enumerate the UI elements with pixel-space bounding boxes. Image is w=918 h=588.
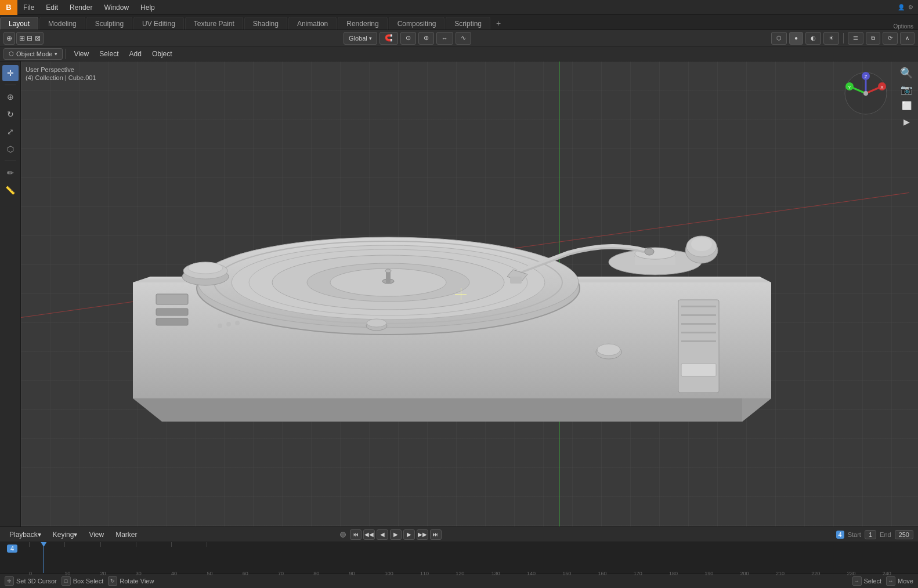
- scale-tool-btn[interactable]: ⤢: [2, 124, 19, 140]
- viewport-shading-btns: ⬡ ● ◐ ☀ ☰ ⧉ ⟳ ∧: [771, 32, 915, 45]
- tab-uv-editing[interactable]: UV Editing: [133, 17, 184, 30]
- viewport-3d[interactable]: User Perspective (4) Collection | Cube.0…: [21, 61, 918, 527]
- play-btn[interactable]: ▶: [390, 529, 402, 540]
- current-frame-display[interactable]: 4: [7, 545, 17, 553]
- svg-point-40: [597, 344, 620, 355]
- prev-frame-btn[interactable]: ◀: [377, 529, 388, 540]
- menu-file[interactable]: File: [17, 0, 40, 14]
- overlay-btn[interactable]: ☰: [848, 32, 863, 45]
- tab-modeling[interactable]: Modeling: [39, 17, 85, 30]
- render-overlay-btn[interactable]: ⬜: [899, 99, 913, 112]
- set-3d-cursor-item[interactable]: ✛ Set 3D Cursor: [5, 576, 57, 586]
- toolbar-icons-group[interactable]: ⊞ ⊟ ⊠: [16, 32, 44, 45]
- add-workspace-tab[interactable]: +: [491, 17, 505, 30]
- zoom-extents-btn[interactable]: 🔍: [899, 66, 913, 80]
- rotate-view-icon: ↻: [108, 576, 117, 586]
- mark-200: 200: [740, 571, 749, 576]
- nav-gizmo[interactable]: Z X Y: [843, 70, 889, 117]
- cursor-tool-btn[interactable]: ✛: [2, 65, 19, 81]
- tab-texture-paint[interactable]: Texture Paint: [185, 17, 243, 30]
- global-transform-btn[interactable]: Global: [344, 32, 377, 45]
- mark-20: 20: [100, 571, 106, 576]
- start-value[interactable]: 1: [865, 530, 876, 539]
- timeline-view-btn[interactable]: View: [84, 529, 109, 540]
- select-item[interactable]: → Select: [852, 576, 882, 586]
- tab-animation[interactable]: Animation: [288, 17, 337, 30]
- menu-help[interactable]: Help: [135, 0, 161, 14]
- svg-text:Y: Y: [848, 85, 851, 90]
- tool-separator-1: [5, 85, 16, 85]
- current-frame-badge[interactable]: 4: [836, 531, 844, 539]
- main-area: ✛ ⊕ ↻ ⤢ ⬡ ✏ 📏: [0, 61, 918, 527]
- rotate-tool-btn[interactable]: ↻: [2, 106, 19, 122]
- transform-pivot-btn[interactable]: ⊕: [418, 32, 434, 45]
- timeline-ruler[interactable]: 0 10 20 30 40 50 60 70 80 90 100 110 120…: [0, 542, 918, 573]
- xray-btn[interactable]: ⧉: [866, 32, 880, 45]
- mark-40: 40: [171, 571, 177, 576]
- transform-orientation-btn[interactable]: ↔: [436, 32, 453, 45]
- mark-110: 110: [420, 571, 429, 576]
- material-preview-btn[interactable]: ◐: [805, 32, 821, 45]
- mode-selector[interactable]: ⬡ Object Mode: [3, 48, 63, 60]
- header-view-btn[interactable]: View: [69, 48, 93, 60]
- options-label[interactable]: Options: [894, 23, 913, 30]
- mark-80: 80: [313, 571, 319, 576]
- tab-sculpting[interactable]: Sculpting: [86, 17, 132, 30]
- gizmo-btn[interactable]: ⟳: [883, 32, 898, 45]
- viewport-right-controls: 🔍 📷 ⬜ ▶: [899, 66, 913, 129]
- top-menu-bar: B File Edit Render Window Help 👤 ⚙: [0, 0, 918, 15]
- svg-point-44: [226, 322, 231, 326]
- move-item[interactable]: ↔ Move: [886, 576, 913, 586]
- box-select-item[interactable]: □ Box Select: [62, 576, 104, 586]
- left-toolbar: ✛ ⊕ ↻ ⤢ ⬡ ✏ 📏: [0, 61, 21, 527]
- mark-50: 50: [207, 571, 212, 576]
- sidebar-toggle-btn[interactable]: ▶: [899, 115, 913, 129]
- wireframe-btn[interactable]: ⬡: [771, 32, 787, 45]
- menu-edit[interactable]: Edit: [40, 0, 64, 14]
- snap-btn[interactable]: 🧲: [380, 32, 398, 45]
- svg-point-25: [645, 248, 654, 255]
- rendered-btn[interactable]: ☀: [823, 32, 839, 45]
- move-tool-btn[interactable]: ⊕: [2, 89, 19, 105]
- path-btn[interactable]: ∿: [456, 32, 471, 45]
- svg-rect-33: [681, 306, 716, 307]
- header-select-btn[interactable]: Select: [95, 48, 123, 60]
- header-add-btn[interactable]: Add: [125, 48, 146, 60]
- tab-compositing[interactable]: Compositing: [389, 17, 445, 30]
- next-frame-btn[interactable]: ▶: [403, 529, 415, 540]
- proportional-edit-btn[interactable]: ⊙: [400, 32, 416, 45]
- header-object-btn[interactable]: Object: [147, 48, 177, 60]
- mark-180: 180: [669, 571, 678, 576]
- workspace-tabs: Layout Modeling Sculpting UV Editing Tex…: [0, 15, 918, 30]
- box-select-icon: □: [62, 576, 71, 586]
- end-value[interactable]: 250: [895, 530, 913, 539]
- mark-210: 210: [776, 571, 785, 576]
- tab-scripting[interactable]: Scripting: [446, 17, 490, 30]
- timeline-keying-btn[interactable]: Keying ▾: [48, 529, 82, 540]
- jump-forward-btn[interactable]: ▶▶: [417, 529, 428, 540]
- tab-rendering[interactable]: Rendering: [338, 17, 387, 30]
- toolbar-move-icon[interactable]: ⊕: [3, 32, 15, 45]
- svg-text:Z: Z: [865, 74, 868, 79]
- camera-view-btn[interactable]: 📷: [899, 82, 913, 96]
- menu-window[interactable]: Window: [98, 0, 135, 14]
- measure-tool-btn[interactable]: 📏: [2, 182, 19, 198]
- mark-60: 60: [243, 571, 248, 576]
- mark-190: 190: [704, 571, 713, 576]
- cursor-icon: ✛: [5, 576, 14, 586]
- tab-shading[interactable]: Shading: [244, 17, 287, 30]
- annotate-tool-btn[interactable]: ✏: [2, 165, 19, 181]
- solid-btn[interactable]: ●: [789, 32, 803, 45]
- jump-end-btn[interactable]: ⏭: [430, 529, 442, 540]
- show-hide-btn[interactable]: ∧: [900, 32, 915, 45]
- settings-icon[interactable]: ⚙: [908, 4, 913, 10]
- rotate-view-item[interactable]: ↻ Rotate View: [108, 576, 154, 586]
- timeline-playback-btn[interactable]: Playback ▾: [5, 529, 46, 540]
- 3d-model-container: [150, 114, 789, 474]
- timeline-marker-btn[interactable]: Marker: [111, 529, 142, 540]
- transform-tool-btn[interactable]: ⬡: [2, 141, 19, 157]
- jump-start-btn[interactable]: ⏮: [350, 529, 362, 540]
- tab-layout[interactable]: Layout: [0, 17, 38, 30]
- menu-render[interactable]: Render: [64, 0, 98, 14]
- jump-back-btn[interactable]: ◀◀: [363, 529, 375, 540]
